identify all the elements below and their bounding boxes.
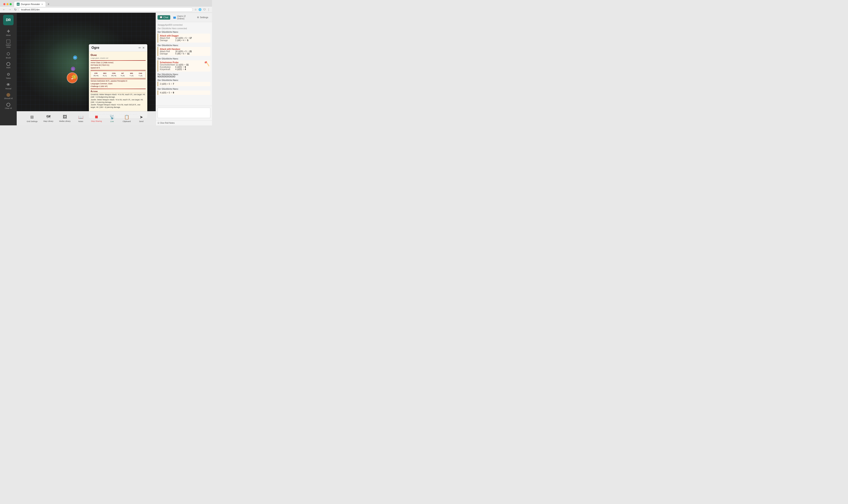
toolbar-stop-sharing[interactable]: ⏹ Stop Sharing xyxy=(88,113,105,124)
roll-equals: = xyxy=(187,50,188,53)
roll-block-dagger: Attack with Dagger Attack Roll 12 (d20) … xyxy=(158,34,210,42)
maximize-window-dot[interactable] xyxy=(10,3,12,5)
close-window-dot[interactable] xyxy=(3,3,5,5)
monster-hp: Hit Points 59 (7d10+21) xyxy=(91,64,146,67)
roll-formula: 1 (d4) + 4 xyxy=(175,39,184,41)
back-button[interactable]: ← xyxy=(2,7,6,12)
roll-label: Attack Roll xyxy=(160,37,175,39)
monster-divider xyxy=(91,60,146,61)
roll-line-handaxe-attack: Attack Roll 16 (d20) + 5 = 21 xyxy=(160,50,209,53)
bookmark-icon[interactable]: ☆ xyxy=(194,8,197,12)
clipboard-icon: 📋 xyxy=(124,114,129,120)
roll-line-6: 2 (d20) + 5 = 7 xyxy=(160,83,209,85)
ability-con: CON 16 (+3) xyxy=(110,72,118,77)
toolbar-grid-settings[interactable]: ⊞ Grid Settings xyxy=(24,113,40,124)
roll-equals: = xyxy=(185,39,186,41)
tool-token[interactable]: ⊙ Token xyxy=(1,71,16,80)
stop-sharing-icon: ⏹ xyxy=(94,114,98,119)
roll-formula: 2 (d20) + 5 xyxy=(160,83,170,85)
settings-tab-label: Settings xyxy=(200,16,208,19)
browser-toolbar-icons: ☆ 🌐 🛡 ⋮ xyxy=(194,8,210,12)
toolbar-live[interactable]: 📡 Live xyxy=(105,113,119,124)
msg-sender-4: Der Glückliche Hans: xyxy=(158,58,210,60)
token-b-label: B xyxy=(74,57,76,59)
users-icon: 👥 xyxy=(173,16,176,19)
extensions-icon[interactable]: 🌐 xyxy=(198,8,202,12)
tool-reveal[interactable]: 👁 Reveal xyxy=(1,82,16,91)
select-area-icon xyxy=(6,40,10,43)
menu-icon[interactable]: ⋮ xyxy=(207,8,210,12)
tool-select-label: SelectArea xyxy=(6,44,11,48)
users-tab[interactable]: 👥 Users (2 Online) xyxy=(171,14,194,21)
msg-sender-2: Der Glückliche Hans: xyxy=(158,31,210,33)
toolbar-media-library[interactable]: 🖼 Media Library xyxy=(56,113,73,124)
shield-icon[interactable]: 🛡 xyxy=(203,8,206,12)
toolbar-notes-label: Notes xyxy=(78,120,83,123)
toolbar-clipboard-label: Clipboard xyxy=(123,120,131,123)
roll-label: Konstitution xyxy=(160,66,175,68)
token-c-label: C xyxy=(74,76,75,78)
roll-label: Attack Roll xyxy=(160,50,175,53)
tool-mark[interactable]: Mark xyxy=(1,61,16,70)
roll-block-7: 4 (d20) + 5 = 9 xyxy=(158,91,210,95)
notes-icon: 📖 xyxy=(78,114,84,120)
chat-message-6: Der Glückliche Hans: 2 (d20) + 5 = 7 xyxy=(158,79,210,87)
brush-icon: ⬡ xyxy=(7,52,10,56)
map-library-icon: 🗺 xyxy=(46,114,51,119)
monster-name: Ogre xyxy=(91,53,146,57)
tool-shroud-label: Shroud All xyxy=(4,97,13,100)
toolbar-notes[interactable]: 📖 Notes xyxy=(73,113,88,124)
chat-input[interactable] xyxy=(158,108,210,118)
chat-input-area xyxy=(156,106,212,120)
toolbar-send[interactable]: ➤ Send xyxy=(134,113,148,124)
popup-close-button[interactable]: ✕ xyxy=(142,46,145,50)
token-a[interactable]: A xyxy=(71,67,75,71)
toolbar-stop-label: Stop Sharing xyxy=(91,120,102,122)
map-area[interactable]: J B A C PATREON | NEUTRAL PARTY Ogre ✏ ✕… xyxy=(17,13,156,125)
monster-javelin-ranged: Javelin. Ranged Weapon Attack: +6 to hit… xyxy=(91,104,146,109)
toolbar-map-library[interactable]: 🗺 Map Library xyxy=(40,113,56,124)
chat-message-3: Der Glückliche Hans: Attack with Handaxe… xyxy=(158,44,210,56)
mark-icon xyxy=(6,62,10,66)
minimize-window-dot[interactable] xyxy=(6,3,8,5)
browser-tab[interactable]: DR Dungeon Revealer ✕ xyxy=(14,2,46,7)
roll-result: 9 xyxy=(173,92,174,94)
dice-roll-footer[interactable]: ☑ Dice Roll Notes xyxy=(156,120,212,125)
popup-edit-button[interactable]: ✏ xyxy=(139,46,141,50)
token-b[interactable]: B xyxy=(73,55,77,60)
settings-tab[interactable]: ⚙ Settings xyxy=(195,15,210,20)
tool-clear-all[interactable]: Clear All xyxy=(1,102,16,111)
monster-senses: Senses Darkvision 60 ft., passive Percep… xyxy=(91,80,146,83)
toolbar-clipboard[interactable]: 📋 Clipboard xyxy=(119,113,134,124)
msg-text-5: NOOOOOOOOOO xyxy=(158,75,210,78)
chat-tab[interactable]: 💬 Chat xyxy=(158,15,170,20)
roll-result: 21 xyxy=(190,50,192,53)
monster-actions-title: Actions xyxy=(91,90,146,93)
refresh-button[interactable]: ↻ xyxy=(13,7,18,12)
chat-message-5: Der Glückliche Hans: NOOOOOOOOOO xyxy=(158,73,210,78)
ability-wis: WIS 7 (-2) xyxy=(127,72,136,77)
tool-shroud-all[interactable]: Shroud All xyxy=(1,92,16,101)
roll-equals: = xyxy=(171,83,172,85)
roll-formula: 11 (d20) xyxy=(176,64,183,66)
tool-select-area[interactable]: SelectArea xyxy=(1,38,16,50)
roll-line-dagger-attack: Attack Roll 12 (d20) + 5 = 17 xyxy=(160,37,209,39)
monster-ability-scores: STR 19 (+4) DEX 8 (-1) CON 16 (+3) INT 5… xyxy=(91,71,146,78)
monster-divider4 xyxy=(91,89,146,89)
url-input[interactable]: localhost:3001/dm xyxy=(19,7,193,12)
roll-line-geschicklichkeit: Geschicklichkeit 11 (d20) = 11 xyxy=(160,64,209,66)
new-tab-button[interactable]: + xyxy=(46,2,51,6)
roll-equals: = xyxy=(184,64,185,66)
tab-close-button[interactable]: ✕ xyxy=(41,3,43,5)
roll-equals: = xyxy=(183,68,184,71)
roll-equals: = xyxy=(171,92,172,94)
token-icon: ⊙ xyxy=(7,72,10,76)
toolbar-media-label: Media Library xyxy=(59,120,71,122)
tool-brush[interactable]: ⬡ Brush xyxy=(1,50,16,60)
shroud-icon xyxy=(6,93,10,97)
roll-equals: = xyxy=(187,37,188,39)
address-bar: ← → ↻ localhost:3001/dm ☆ 🌐 🛡 ⋮ xyxy=(0,7,212,13)
chat-message-2: Der Glückliche Hans: Attack with Dagger … xyxy=(158,31,210,43)
forward-button[interactable]: → xyxy=(7,7,12,12)
tool-move[interactable]: ✛ Move xyxy=(1,28,16,38)
